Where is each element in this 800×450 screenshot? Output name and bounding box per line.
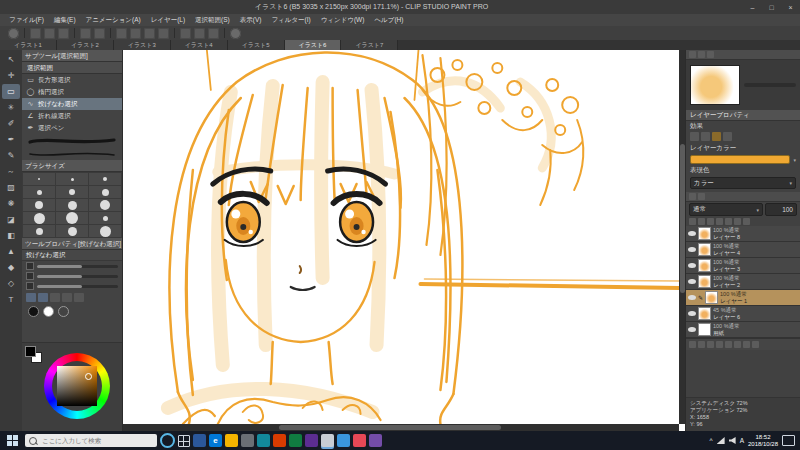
file-explorer-icon[interactable] — [225, 434, 238, 447]
app-icon[interactable] — [337, 434, 350, 447]
main-color-swatch[interactable] — [28, 306, 39, 317]
sub-color-swatch[interactable] — [43, 306, 54, 317]
lock-transparent-icon[interactable] — [698, 218, 705, 225]
menu-file[interactable]: ファイル(F) — [4, 16, 49, 25]
black-swatch[interactable] — [25, 346, 36, 357]
app-icon[interactable] — [353, 434, 366, 447]
apply-mask-icon[interactable] — [743, 341, 750, 348]
eraser-tool-icon[interactable]: ◪ — [2, 212, 20, 227]
redo-icon[interactable] — [94, 28, 105, 39]
saturation-value-square[interactable] — [57, 366, 97, 406]
checkbox-icon[interactable] — [26, 282, 34, 290]
menu-animation[interactable]: アニメーション(A) — [81, 16, 146, 25]
app-icon[interactable] — [305, 434, 318, 447]
mask-icon[interactable] — [734, 218, 741, 225]
layer-row[interactable]: 100 %通常 レイヤー 4 — [686, 242, 800, 258]
document-tab[interactable]: イラスト2 — [57, 40, 114, 50]
blend-tool-icon[interactable]: ◧ — [2, 228, 20, 243]
document-tab-active[interactable]: イラスト6 — [285, 40, 342, 50]
brush-size-cell[interactable] — [89, 212, 121, 224]
airbrush-tool-icon[interactable]: ▨ — [2, 180, 20, 195]
reference-icon[interactable] — [716, 218, 723, 225]
menu-window[interactable]: ウィンドウ(W) — [316, 16, 370, 25]
subtool-selection-pen[interactable]: ✒ 選択ペン — [22, 122, 122, 134]
document-tab[interactable]: イラスト1 — [0, 40, 57, 50]
pencil-tool-icon[interactable]: ✎ — [2, 148, 20, 163]
layer-row[interactable]: 100 %通常 レイヤー 2 — [686, 274, 800, 290]
menu-selection[interactable]: 選択範囲(S) — [190, 16, 235, 25]
open-file-icon[interactable] — [44, 28, 55, 39]
expression-color-select[interactable]: カラー ▾ — [690, 177, 796, 189]
edge-icon[interactable]: e — [209, 434, 222, 447]
intersect-selection-icon[interactable] — [62, 293, 72, 302]
start-button[interactable] — [2, 431, 22, 450]
move-tool-icon[interactable]: ✛ — [2, 68, 20, 83]
horizontal-scrollbar[interactable] — [123, 424, 679, 431]
exclude-selection-icon[interactable] — [74, 293, 84, 302]
layer-row[interactable]: 45 %通常 レイヤー 6 — [686, 306, 800, 322]
pen-tool-icon[interactable]: ✒ — [2, 132, 20, 147]
save-icon[interactable] — [58, 28, 69, 39]
zoom-out-icon[interactable] — [194, 28, 205, 39]
app-icon[interactable] — [273, 434, 286, 447]
brush-size-cell[interactable] — [23, 173, 55, 185]
subtool-rectangle-select[interactable]: ▭ 長方形選択 — [22, 74, 122, 86]
brush-size-cell[interactable] — [23, 225, 55, 237]
subtool-polyline-select[interactable]: ∠ 折れ線選択 — [22, 110, 122, 122]
new-layer-icon[interactable] — [689, 341, 696, 348]
volume-icon[interactable] — [729, 437, 736, 444]
task-view-icon[interactable] — [178, 435, 190, 447]
menu-edit[interactable]: 編集(E) — [49, 16, 81, 25]
layer-row[interactable]: 100 %通常 レイヤー 8 — [686, 226, 800, 242]
menu-layer[interactable]: レイヤー(L) — [146, 16, 190, 25]
invert-selection-icon[interactable] — [144, 28, 155, 39]
menu-view[interactable]: 表示(V) — [235, 16, 267, 25]
black-white-swatches[interactable] — [25, 346, 41, 362]
brush-size-cell[interactable] — [23, 212, 55, 224]
delete-layer-icon[interactable] — [752, 341, 759, 348]
scrollbar-thumb[interactable] — [279, 425, 501, 430]
visibility-eye-icon[interactable] — [688, 311, 696, 316]
checkbox-icon[interactable] — [26, 272, 34, 280]
mask-layer-icon[interactable] — [734, 341, 741, 348]
brush-tool-icon[interactable]: ～ — [2, 164, 20, 179]
layer-row[interactable]: 100 %通常 レイヤー 3 — [686, 258, 800, 274]
combine-icon[interactable] — [725, 341, 732, 348]
brush-stroke-preview[interactable] — [22, 147, 122, 160]
close-button[interactable]: × — [781, 0, 800, 14]
visibility-eye-icon[interactable] — [688, 327, 696, 332]
layer-color-effect-icon[interactable] — [712, 132, 721, 141]
subtool-lasso-select[interactable]: ∿ 投げなわ選択 — [22, 98, 122, 110]
blend-mode-select[interactable]: 通常 ▾ — [689, 203, 763, 216]
transfer-icon[interactable] — [716, 341, 723, 348]
subtract-selection-icon[interactable] — [50, 293, 60, 302]
brush-size-cell[interactable] — [56, 199, 88, 211]
gradient-tool-icon[interactable]: ◆ — [2, 260, 20, 275]
brush-size-cell[interactable] — [56, 186, 88, 198]
fill-tool-icon[interactable]: ▲ — [2, 244, 20, 259]
tool-property-row[interactable] — [22, 271, 122, 281]
visibility-eye-icon[interactable] — [688, 247, 696, 252]
property-slider[interactable] — [37, 265, 118, 268]
auto-select-tool-icon[interactable]: ✳ — [2, 100, 20, 115]
tool-property-row[interactable] — [22, 261, 122, 271]
text-tool-icon[interactable]: T — [2, 292, 20, 307]
menu-filter[interactable]: フィルター(I) — [266, 16, 315, 25]
subview-tab-icon[interactable] — [698, 51, 705, 58]
brush-size-cell[interactable] — [23, 199, 55, 211]
maximize-button[interactable]: □ — [762, 0, 781, 14]
chevron-down-icon[interactable]: ▾ — [793, 157, 796, 163]
brush-stroke-preview[interactable] — [22, 134, 122, 147]
brush-size-cell[interactable] — [56, 225, 88, 237]
delete-icon[interactable] — [116, 28, 127, 39]
layer-color-swatch[interactable] — [690, 155, 790, 164]
minimize-button[interactable]: – — [743, 0, 762, 14]
brush-size-cell[interactable] — [56, 212, 88, 224]
layer-tab-icon[interactable] — [689, 193, 696, 200]
subtool-group-label[interactable]: 選択範囲 — [22, 62, 122, 74]
clip-icon[interactable] — [707, 218, 714, 225]
help-icon[interactable] — [230, 28, 241, 39]
document-tab[interactable]: イラスト7 — [341, 40, 398, 50]
brush-size-cell[interactable] — [23, 186, 55, 198]
ime-indicator[interactable]: A — [740, 437, 744, 444]
